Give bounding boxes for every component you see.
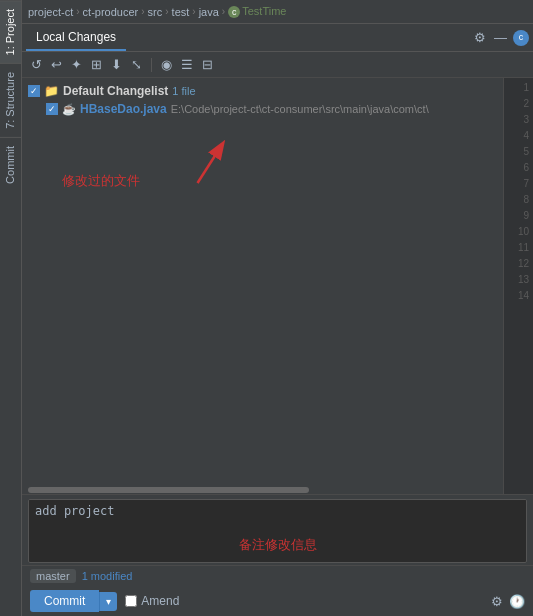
line-numbers: 1 2 3 4 5 6 7 8 9 10 11 12 13 14 <box>503 78 533 494</box>
file-type-icon: ☕ <box>62 103 76 116</box>
breadcrumb-java[interactable]: java <box>199 6 219 18</box>
line-13: 13 <box>504 272 533 288</box>
line-8: 8 <box>504 192 533 208</box>
line-3: 3 <box>504 112 533 128</box>
breadcrumb-project[interactable]: project-ct <box>28 6 73 18</box>
line-14: 14 <box>504 288 533 304</box>
content-row: 📁 Default Changelist 1 file ☕ HBaseDao.j… <box>22 78 533 494</box>
folder-icon: 📁 <box>44 84 59 98</box>
annotation-text: 修改过的文件 <box>62 172 140 190</box>
breadcrumb-module[interactable]: ct-producer <box>83 6 139 18</box>
file-row[interactable]: ☕ HBaseDao.java E:\Code\project-ct\ct-co… <box>22 100 503 118</box>
file-count: 1 file <box>172 85 195 97</box>
main-content: project-ct › ct-producer › src › test › … <box>22 0 533 616</box>
line-11: 11 <box>504 240 533 256</box>
line-12: 12 <box>504 256 533 272</box>
commit-btn-group: Commit ▾ <box>30 590 117 612</box>
move-button[interactable]: ✦ <box>68 56 85 73</box>
bottom-icons: ⚙ 🕐 <box>491 594 525 609</box>
horizontal-scrollbar[interactable] <box>28 486 497 494</box>
group-button[interactable]: ⊟ <box>199 56 216 73</box>
rollback-button[interactable]: ↩ <box>48 56 65 73</box>
settings-icon[interactable]: ⚙ <box>472 29 488 46</box>
annotation-area: 修改过的文件 <box>22 118 503 198</box>
bottom-section: add project 备注修改信息 master 1 modified Com… <box>22 494 533 616</box>
modified-count: 1 modified <box>82 570 133 582</box>
changelist-row[interactable]: 📁 Default Changelist 1 file <box>22 82 503 100</box>
diff-button[interactable]: ◉ <box>158 56 175 73</box>
line-4: 4 <box>504 128 533 144</box>
commit-bar: Commit ▾ Amend ⚙ 🕐 <box>22 586 533 616</box>
amend-checkbox[interactable] <box>125 595 137 607</box>
toolbar: ↺ ↩ ✦ ⊞ ⬇ ⤡ ◉ ☰ ⊟ <box>22 52 533 78</box>
collapse-icon[interactable]: c <box>513 30 529 46</box>
clock-icon[interactable]: 🕐 <box>509 594 525 609</box>
commit-placeholder: 备注修改信息 <box>29 522 526 562</box>
commit-button[interactable]: Commit <box>30 590 99 612</box>
tab-local-changes[interactable]: Local Changes <box>26 25 126 51</box>
update-button[interactable]: ⬇ <box>108 56 125 73</box>
file-tree-panel: 📁 Default Changelist 1 file ☕ HBaseDao.j… <box>22 78 503 494</box>
amend-label[interactable]: Amend <box>125 594 179 608</box>
minimize-icon[interactable]: — <box>492 29 509 46</box>
tab-header: Local Changes ⚙ — c <box>22 24 533 52</box>
branch-badge: master <box>30 569 76 583</box>
line-5: 5 <box>504 144 533 160</box>
commit-message-wrapper[interactable]: add project 备注修改信息 <box>28 499 527 563</box>
breadcrumb-src[interactable]: src <box>148 6 163 18</box>
side-tabs: 1: Project 7: Structure Commit <box>0 0 22 616</box>
file-name: HBaseDao.java <box>80 102 167 116</box>
refresh-button[interactable]: ↺ <box>28 56 45 73</box>
expand-button[interactable]: ⤡ <box>128 56 145 73</box>
svg-line-1 <box>198 144 223 183</box>
line-9: 9 <box>504 208 533 224</box>
line-2: 2 <box>504 96 533 112</box>
commit-dropdown-button[interactable]: ▾ <box>99 592 117 611</box>
line-1: 1 <box>504 80 533 96</box>
commit-tab[interactable]: Commit <box>0 137 21 192</box>
line-6: 6 <box>504 160 533 176</box>
line-10: 10 <box>504 224 533 240</box>
local-changes-panel: Local Changes ⚙ — c ↺ ↩ ✦ ⊞ ⬇ ⤡ ◉ ☰ ⊟ <box>22 24 533 616</box>
status-bar: master 1 modified <box>22 565 533 586</box>
breadcrumb-file[interactable]: cTestTime <box>228 5 286 18</box>
tab-actions: ⚙ — c <box>472 29 529 46</box>
changelist-name: Default Changelist <box>63 84 168 98</box>
amend-text: Amend <box>141 594 179 608</box>
changelist-checkbox[interactable] <box>28 85 40 97</box>
file-checkbox[interactable] <box>46 103 58 115</box>
new-changelist-button[interactable]: ⊞ <box>88 56 105 73</box>
structure-tab[interactable]: 7: Structure <box>0 63 21 137</box>
project-tab[interactable]: 1: Project <box>0 0 21 63</box>
scrollbar-thumb[interactable] <box>28 487 309 493</box>
toolbar-sep <box>151 58 152 72</box>
breadcrumb-test[interactable]: test <box>172 6 190 18</box>
commit-message-code: add project <box>29 500 526 522</box>
file-path: E:\Code\project-ct\ct-consumer\src\main\… <box>171 103 429 115</box>
breadcrumb: project-ct › ct-producer › src › test › … <box>22 0 533 24</box>
view-button[interactable]: ☰ <box>178 56 196 73</box>
file-tree: 📁 Default Changelist 1 file ☕ HBaseDao.j… <box>22 78 503 486</box>
line-7: 7 <box>504 176 533 192</box>
commit-code-text: add project <box>35 504 114 518</box>
settings-bottom-icon[interactable]: ⚙ <box>491 594 503 609</box>
